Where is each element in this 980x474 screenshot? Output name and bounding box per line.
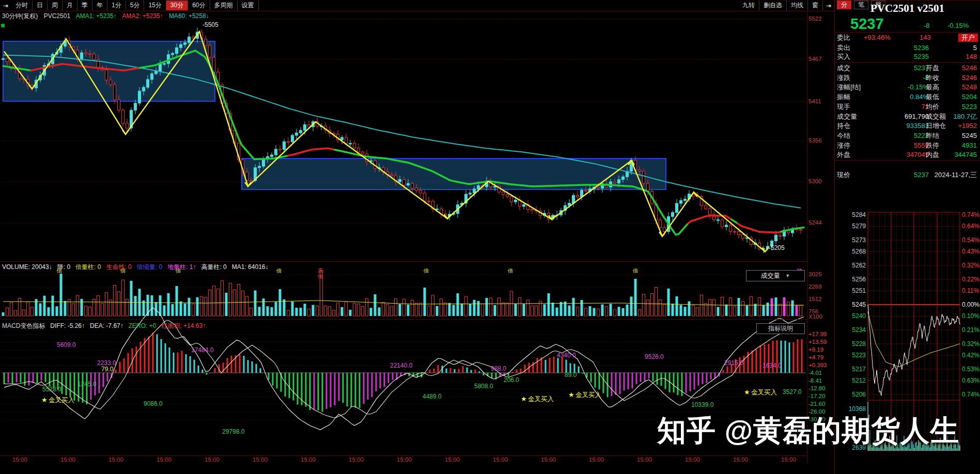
chevron-down-icon: ▼ xyxy=(785,273,790,278)
collapse-right-icon[interactable]: ⇥ xyxy=(823,2,834,9)
period-buttons: 分时日周月季年1分5分15分30分60分多周期设置 xyxy=(11,1,258,10)
ama2-value: AMA2: +5235↑ xyxy=(122,12,163,20)
quote-cell: 外盘 xyxy=(837,150,850,160)
ask-qty: 5 xyxy=(973,43,977,53)
period-button-15分[interactable]: 15分 xyxy=(144,1,166,10)
bid-label: 买入 xyxy=(837,52,850,61)
axis-tick-label: 1512 xyxy=(808,296,833,302)
svg-text:5262: 5262 xyxy=(852,262,866,269)
indicator-help-button[interactable]: 指标说明 xyxy=(756,323,805,334)
axis-tick-label: +0.393 xyxy=(808,362,833,368)
svg-text:0.64%: 0.64% xyxy=(962,223,979,230)
header-item: 降: 0 xyxy=(57,263,70,271)
axis-tick-label: +4.79 xyxy=(808,354,833,360)
svg-text:0.74%: 0.74% xyxy=(962,391,979,398)
quote-cell: 最低 xyxy=(926,92,939,102)
open-account-button[interactable]: 开户 xyxy=(958,34,978,42)
quote-row-涨停: 涨停5559跌停4931 xyxy=(837,141,978,150)
quote-cell: 5248 xyxy=(962,83,977,92)
axis-tick-label: 5356 xyxy=(808,137,833,144)
quote-cell: 持仓 xyxy=(837,121,850,131)
axis-tick-label: 5244 xyxy=(808,219,833,226)
chart-period-label: 30分钟(复权) xyxy=(2,12,38,20)
axis-tick-label: -17.20 xyxy=(808,393,833,399)
period-button-60分[interactable]: 60分 xyxy=(188,1,210,10)
svg-text:金叉买入: 金叉买入 xyxy=(751,389,777,396)
period-button-30分[interactable]: 30分 xyxy=(166,1,188,10)
spot-label: 现价 xyxy=(837,170,850,180)
pane-divider-2 xyxy=(0,319,807,320)
svg-text:0.10%: 0.10% xyxy=(962,312,979,320)
svg-text:5228: 5228 xyxy=(852,340,866,347)
svg-text:0.00%: 0.00% xyxy=(962,301,979,308)
quote-row-现手: 现手71均价5223 xyxy=(837,102,978,112)
header-item: 地量柱: 1↑ xyxy=(167,263,196,271)
ask-row[interactable]: 卖出 5236 5 xyxy=(837,43,978,53)
svg-text:★: ★ xyxy=(744,388,750,396)
svg-text:金叉买入: 金叉买入 xyxy=(575,391,602,399)
price-change-pct: -0.15% xyxy=(947,22,969,29)
svg-text:5808.0: 5808.0 xyxy=(474,383,493,390)
collapse-left-icon[interactable]: ⇥ xyxy=(0,2,11,9)
svg-text:89.0: 89.0 xyxy=(565,371,577,378)
quote-cell: 5204 xyxy=(962,92,977,102)
svg-text:1634.0: 1634.0 xyxy=(763,362,782,369)
pane-divider-1 xyxy=(0,261,807,262)
period-button-设置[interactable]: 设置 xyxy=(238,1,259,10)
svg-text:★: ★ xyxy=(521,395,527,403)
bid-qty: 148 xyxy=(966,52,977,61)
svg-text:5223: 5223 xyxy=(852,352,866,359)
period-button-分时[interactable]: 分时 xyxy=(11,1,33,10)
main-chart-canvas[interactable]: 倍倍倍倍高倍倍倍倍地-5505-52055609.02233.079.01245… xyxy=(0,0,807,464)
header-item: 倍量柱: 0 xyxy=(75,263,101,271)
period-button-季[interactable]: 季 xyxy=(77,1,92,10)
quote-cell: 5246 xyxy=(962,64,977,73)
period-button-月[interactable]: 月 xyxy=(63,1,77,10)
weibi-row: 委比 +93.46% 143 开户 xyxy=(837,33,978,42)
svg-text:5240: 5240 xyxy=(852,312,866,320)
svg-text:0.32%: 0.32% xyxy=(962,262,979,269)
quote-row-涨幅[结]: 涨幅[结]-0.15%最高5248 xyxy=(837,83,978,92)
axis-tick-label: -12.80 xyxy=(808,385,833,391)
svg-text:9086.0: 9086.0 xyxy=(144,400,163,407)
period-button-周[interactable]: 周 xyxy=(48,1,63,10)
svg-text:★: ★ xyxy=(568,391,574,399)
axis-tick-label: 5467 xyxy=(808,56,833,62)
svg-text:5528.0: 5528.0 xyxy=(42,386,61,393)
quote-row-成交: 成交5237开盘5246 xyxy=(837,64,978,73)
pane-divider-3 xyxy=(0,455,807,456)
quote-cell: 振幅 xyxy=(837,92,850,102)
period-button-5分[interactable]: 5分 xyxy=(126,1,145,10)
svg-text:5268: 5268 xyxy=(852,248,866,255)
svg-text:10339.0: 10339.0 xyxy=(691,401,714,408)
quote-cell: 成交 xyxy=(837,64,850,73)
svg-text:倍: 倍 xyxy=(507,267,514,274)
quote-cell: 691,790 xyxy=(905,112,929,121)
svg-text:金叉买入: 金叉买入 xyxy=(528,396,554,403)
bid-row[interactable]: 买入 5235 148 xyxy=(837,52,978,61)
quote-row-涨跌: 涨跌-8昨收5246 xyxy=(837,73,978,83)
svg-text:5284: 5284 xyxy=(852,211,866,218)
toolbar-button-删自选[interactable]: 删自选 xyxy=(759,1,787,10)
svg-text:5609.0: 5609.0 xyxy=(57,341,76,349)
weibi-value: +93.46% xyxy=(864,33,891,42)
quote-cell: 4931 xyxy=(962,141,977,150)
svg-text:5212: 5212 xyxy=(852,377,866,384)
toolbar-button-窗[interactable]: 窗 xyxy=(808,1,823,10)
chart-symbol-label: PVC2501 xyxy=(44,12,70,20)
toolbar-button-均线[interactable]: 均线 xyxy=(787,1,808,10)
svg-text:206.0: 206.0 xyxy=(504,376,519,384)
period-button-日[interactable]: 日 xyxy=(33,1,48,10)
quote-cell: 昨收 xyxy=(926,73,939,83)
toolbar-button-九转[interactable]: 九转 xyxy=(738,1,759,10)
period-button-多周期[interactable]: 多周期 xyxy=(210,1,238,10)
volume-indicator-dropdown[interactable]: 成交量 ▼ xyxy=(746,270,805,281)
svg-text:0.32%: 0.32% xyxy=(962,340,979,347)
svg-text:倍: 倍 xyxy=(423,267,429,274)
quote-cell: 均价 xyxy=(926,102,939,112)
svg-text:1245.0: 1245.0 xyxy=(77,381,97,388)
header-item: 生命线: 0 xyxy=(106,263,131,271)
axis-tick-label: -21.60 xyxy=(808,401,833,407)
period-button-年[interactable]: 年 xyxy=(92,1,107,10)
period-button-1分[interactable]: 1分 xyxy=(107,1,126,10)
